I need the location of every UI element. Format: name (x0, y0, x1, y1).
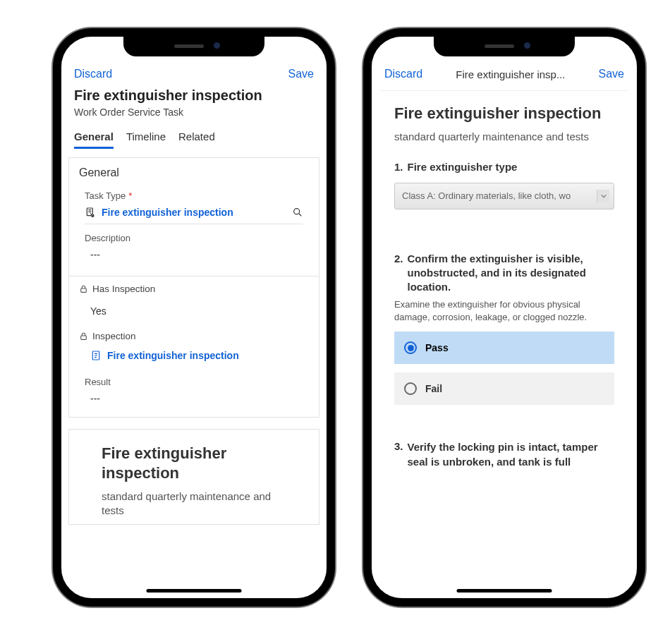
q1-number: 1. (394, 161, 403, 173)
entity-label: Work Order Service Task (74, 107, 314, 118)
q2-option-pass[interactable]: Pass (394, 332, 614, 364)
svg-point-2 (294, 209, 300, 214)
description-label: Description (85, 233, 303, 243)
q1-label: Fire extinguisher type (408, 161, 518, 173)
description-value[interactable]: --- (85, 243, 303, 269)
svg-rect-3 (81, 288, 87, 292)
q1-dropdown-value: Class A: Ordinary materials, like cloth,… (402, 190, 571, 201)
task-type-label: Task Type (85, 190, 126, 201)
survey-title: Fire extinguisher inspection (394, 104, 614, 123)
svg-rect-4 (81, 336, 87, 339)
q2-description: Examine the extinguisher for obvious phy… (394, 298, 614, 323)
has-inspection-value: Yes (85, 300, 303, 325)
inspection-label: Inspection (92, 331, 136, 341)
task-type-icon (85, 207, 96, 218)
save-button[interactable]: Save (288, 68, 314, 80)
result-value[interactable]: --- (85, 387, 303, 413)
q3-number: 3. (394, 440, 403, 452)
tab-related[interactable]: Related (178, 130, 215, 149)
inspection-icon (90, 350, 102, 361)
header-title: Fire extinguisher insp... (456, 68, 565, 80)
q3-label: Verify the locking pin is intact, tamper… (408, 440, 614, 469)
survey-subtitle: standard quarterly maintenance and tests (394, 130, 614, 142)
survey-title: Fire extinguisher inspection (102, 444, 286, 482)
task-type-value: Fire extinguisher inspection (102, 207, 233, 218)
chevron-down-icon (597, 190, 609, 202)
section-title: General (69, 158, 319, 186)
has-inspection-label: Has Inspection (92, 284, 155, 294)
result-label: Result (85, 377, 303, 387)
tab-general[interactable]: General (74, 130, 114, 149)
lock-icon (79, 332, 88, 341)
lock-icon (79, 284, 88, 293)
q2-number: 2. (394, 252, 403, 266)
task-type-lookup[interactable]: Fire extinguisher inspection (85, 201, 303, 224)
page-title: Fire extinguisher inspection (74, 87, 314, 104)
survey-subtitle: standard quarterly maintenance and tests (102, 490, 286, 517)
save-button[interactable]: Save (599, 68, 624, 80)
tab-timeline[interactable]: Timeline (126, 130, 166, 149)
radio-unselected-icon (404, 382, 417, 395)
q1-dropdown[interactable]: Class A: Ordinary materials, like cloth,… (394, 183, 614, 209)
inspection-lookup[interactable]: Fire extinguisher inspection (85, 347, 303, 368)
q2-fail-label: Fail (425, 383, 442, 394)
q2-option-fail[interactable]: Fail (394, 372, 614, 405)
q2-pass-label: Pass (425, 342, 449, 353)
required-indicator: * (128, 190, 132, 201)
inspection-value: Fire extinguisher inspection (107, 350, 239, 361)
discard-button[interactable]: Discard (384, 68, 422, 80)
radio-selected-icon (404, 341, 417, 354)
q2-label: Confirm the extinguisher is visible, uno… (408, 252, 614, 295)
discard-button[interactable]: Discard (74, 68, 112, 80)
search-icon[interactable] (292, 207, 303, 218)
